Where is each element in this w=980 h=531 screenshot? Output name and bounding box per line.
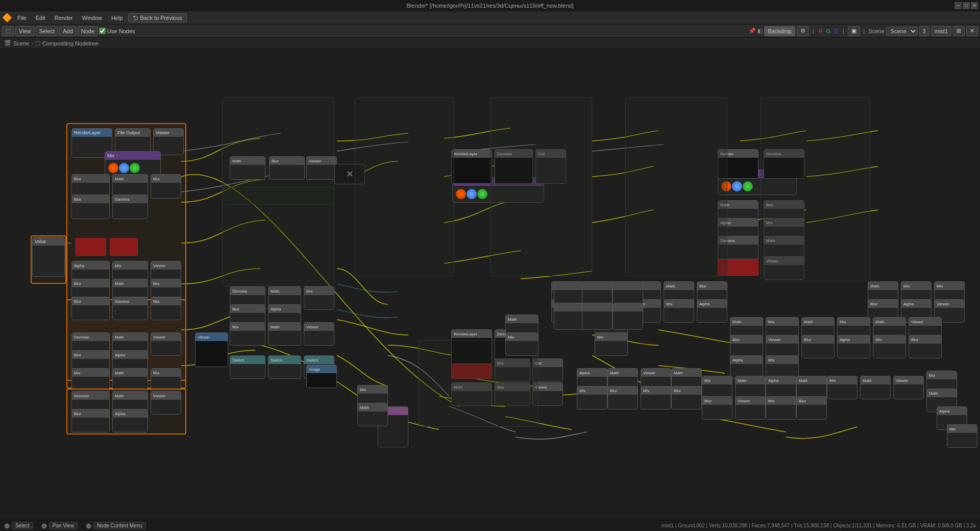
node-rm-10[interactable]: Alpha [697,299,727,323]
node-bcp-3[interactable]: Mix [304,286,334,310]
color-preview-1 [107,162,158,174]
close-button[interactable]: ✕ [971,2,978,9]
node-bmore-6[interactable]: Mix [641,386,671,409]
context-mode[interactable]: Node Context Menu [93,522,146,529]
node-editor-canvas[interactable]: RenderLayer File Output Viewer Mix Value… [0,49,980,524]
status-select: ⬤ Select [4,522,33,529]
node-cc1-1[interactable]: RenderLayer [451,149,492,184]
crc1-c2 [732,181,742,191]
node-bcp-10[interactable]: Switch [268,355,301,379]
editor-type-group: ⬚ View Select Add Node Use Nodes [2,26,135,36]
node-bmr-3[interactable]: Mix [595,332,628,356]
node-cl-2[interactable]: Blur [269,156,305,180]
window-controls[interactable]: ─ □ ✕ [954,2,978,9]
node-bmore-2[interactable]: Mix [577,386,607,409]
node-bmore-4[interactable]: Blur [607,386,638,409]
color-r-btn[interactable]: R [818,28,824,34]
scene-selector[interactable]: Scene [886,27,918,36]
node-blb-3[interactable]: Viewer [151,391,181,415]
collapse-btn[interactable]: ✕ [966,26,978,36]
backdrop-settings-btn[interactable]: ⚙ [797,26,809,36]
node-rs-10[interactable]: Alpha [837,335,870,358]
back-to-previous-button[interactable]: ⮌ Back to Previous [128,13,187,22]
node-rs-14[interactable]: Blur [909,335,942,358]
view-menu[interactable]: View [15,26,35,36]
maximize-button[interactable]: □ [963,2,970,9]
scene-label: Scene [868,28,884,34]
node-bmore-8[interactable]: Blur [671,386,702,409]
node-br-term-9[interactable]: Mix [827,376,857,399]
red-node-1[interactable] [76,238,106,256]
node-rs-9[interactable]: Blur [801,335,835,358]
use-nodes-toggle[interactable]: Use Nodes [99,28,135,34]
add-menu[interactable]: Add [59,26,77,36]
breadcrumb-bar: 🎬 Scene › ⬚ Compositing Nodetree [0,38,980,49]
node-bcp-6[interactable]: Mix [230,322,265,346]
node-br-term-3[interactable]: Blur [702,396,732,420]
editor-type-button[interactable]: ⬚ [2,26,14,36]
node-lm-4[interactable]: Blur [71,195,110,219]
node-header-color-1: Mix [105,152,160,160]
pan-mode[interactable]: Pan View [49,522,78,529]
node-br-2[interactable]: Mix [505,332,538,356]
node-br-term-11[interactable]: Viewer [893,376,924,399]
node-rsc-6[interactable] [612,303,643,330]
node-cl-3[interactable]: Viewer [306,156,337,180]
menu-window[interactable]: Window [78,14,106,22]
node-rsc-4[interactable] [554,303,584,330]
node-menu[interactable]: Node [78,26,98,36]
menu-file[interactable]: File [13,14,31,22]
node-bcp-7[interactable]: Math [268,322,301,346]
camera-slot-btn[interactable]: 3 [919,26,929,36]
node-br-term-8[interactable]: Blur [796,396,827,420]
node-lm-5[interactable]: Gamma [112,195,148,219]
node-cl-1[interactable]: Math [230,156,265,180]
node-btc-2[interactable]: Math [357,403,388,426]
node-br-term-6[interactable]: Mix [766,396,796,420]
menu-bar: 🔶 File Edit Render Window Help ⮌ Back to… [0,11,980,25]
select-mode[interactable]: Select [12,522,33,529]
menu-render[interactable]: Render [51,14,77,22]
expand-btn[interactable]: ⊞ [953,26,965,36]
node-lm-3[interactable]: Mix [151,174,181,199]
center-cluster-2: RenderLayer Denoise Mix Out Math Blur Vi… [222,187,334,286]
node-bcp-8[interactable]: Viewer [304,322,334,346]
status-bar: ⬤ Select ⬤ Pan View ⬤ Node Context Menu … [0,520,980,531]
breadcrumb-scene[interactable]: Scene [13,40,29,46]
status-pan: ⬤ Pan View [41,522,78,529]
toolbar-right: 📌 ◧ Backdrop ⚙ | R G B | ▣ | Scene Scene… [749,26,978,36]
node-bottom-img-1[interactable]: Image [306,365,337,388]
node-rm-8[interactable]: Mix [664,299,694,323]
backdrop-button[interactable]: Backdrop [764,26,795,36]
pin-icon: 📌 [749,28,756,34]
title-bar: Blender* [/home/igor/Prj/11vs21/res/3d/С… [0,0,980,11]
mouse-icon: ⬤ [4,523,10,528]
node-lm-13[interactable]: Gamma [112,297,148,320]
node-blb-5[interactable]: Alpha [112,409,148,432]
node-color-1[interactable]: Mix [105,151,161,177]
node-small-1[interactable]: Value [32,237,65,277]
node-rs-13[interactable]: Mix [873,335,906,358]
node-blb-4[interactable]: Blur [71,409,110,432]
menu-help[interactable]: Help [107,14,127,22]
cc1-circle-2 [467,189,477,199]
node-lb-3[interactable]: Viewer [151,332,181,356]
node-lm-14[interactable]: Mix [151,297,181,320]
node-fbrm-2[interactable]: Mix [947,424,977,448]
node-lm-12[interactable]: Blur [71,297,110,320]
red-node-2[interactable] [110,238,138,256]
node-br-term-10[interactable]: Math [860,376,891,399]
center-right-cluster-2: Mix Render Denoise Math Blur [490,98,592,276]
render-layer-btn[interactable]: mist1 [931,26,951,36]
breadcrumb-nodetree[interactable]: Compositing Nodetree [42,40,98,46]
node-bottom-preview[interactable]: Viewer [195,332,228,367]
select-menu[interactable]: Select [36,26,59,36]
node-br-term-4[interactable]: Viewer [735,396,766,420]
color-g-btn[interactable]: G [825,28,832,34]
display-mode-btn[interactable]: ▣ [848,26,860,36]
color-b-btn[interactable]: B [833,28,839,34]
node-bcp-11[interactable]: Switch [230,355,265,379]
node-rsc-5[interactable] [582,303,612,330]
menu-edit[interactable]: Edit [32,14,50,22]
minimize-button[interactable]: ─ [954,2,962,9]
